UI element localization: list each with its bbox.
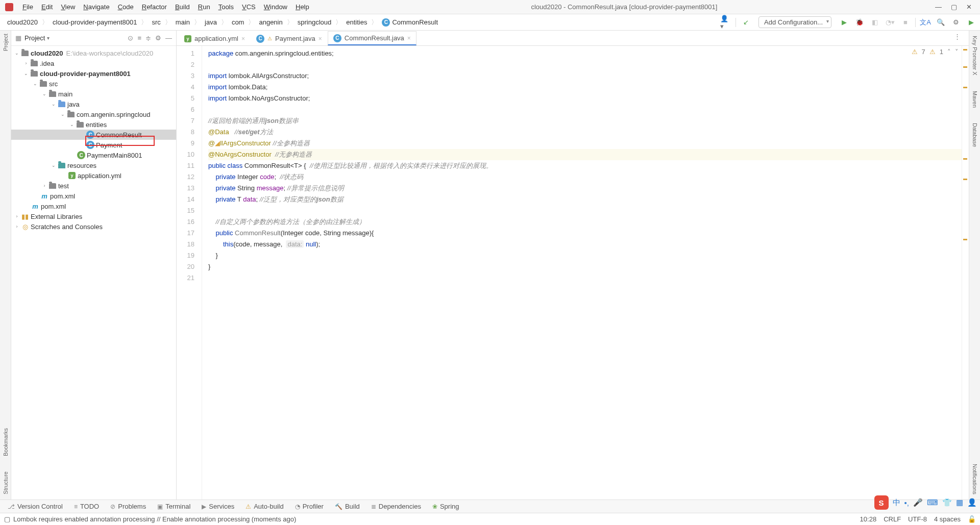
run-anything-icon[interactable]: ▶ [966,17,977,28]
collapse-all-icon[interactable]: ≑ [145,34,151,42]
tree-application-yml[interactable]: y application.yml [11,170,176,181]
bottom-spring[interactable]: ❀Spring [428,503,464,510]
breadcrumb[interactable]: cloud2020〉cloud-provider-payment8001〉src… [3,17,720,28]
status-line-separator[interactable]: CRLF [884,515,901,523]
project-tree[interactable]: ⌄ cloud2020 E:\idea-workspace\cloud2020 … [11,46,176,499]
tool-settings-icon[interactable]: ⚙ [155,34,161,42]
bottom-profiler[interactable]: ◔Profiler [290,503,328,510]
tool-structure[interactable]: Structure [3,471,9,494]
crumb-3[interactable]: main [174,17,192,27]
tree-main[interactable]: ⌄ main [11,89,176,99]
line-number[interactable]: 12 [177,171,194,183]
search-everywhere-icon[interactable]: 🔍 [935,17,946,28]
tree-module[interactable]: ⌄ cloud-provider-payment8001 [11,68,176,79]
line-number[interactable]: 1 [177,48,194,59]
ime-skin-icon[interactable]: 👕 [942,498,952,507]
ime-punct-icon[interactable]: •, [904,498,909,507]
presentation-assistant-icon[interactable]: 👤▾ [720,17,731,28]
translate-icon[interactable]: 文A [920,17,931,28]
menu-run[interactable]: Run [194,3,214,11]
bottom-terminal[interactable]: ▣Terminal [153,503,195,510]
ime-voice-icon[interactable]: 🎤 [913,498,923,507]
line-number[interactable]: 5 [177,93,194,104]
code-line[interactable]: import lombok.Data; [208,82,962,93]
tab-commonresult-java[interactable]: CCommonResult.java× [328,31,416,45]
menu-edit[interactable]: Edit [37,3,57,11]
crumb-9[interactable]: C CommonResult [380,17,440,28]
bottom-todo[interactable]: ≡TODO [69,503,104,510]
tree-resources[interactable]: ⌄ resources [11,160,176,170]
line-number[interactable]: 21 [177,272,194,284]
line-number[interactable]: 20 [177,261,194,272]
next-highlight-icon[interactable]: ˅ [955,48,959,56]
code-line[interactable]: //返回给前端的通用json数据串 [208,115,962,127]
inspections-widget[interactable]: ⚠7 ⚠1 ˄ ˅ [912,48,959,56]
line-number[interactable]: 9 [177,138,194,149]
bottom-auto-build[interactable]: ⚠Auto-build [241,503,288,510]
run-button[interactable]: ▶ [839,17,850,28]
tree-entities[interactable]: ⌄ entities [11,119,176,130]
tree-package[interactable]: ⌄ com.angenin.springcloud [11,109,176,119]
tree-java[interactable]: ⌄ java [11,99,176,109]
line-number[interactable]: 13 [177,183,194,194]
menu-file[interactable]: File [18,3,37,11]
line-number[interactable]: 11 [177,160,194,171]
project-view-selector[interactable]: Project▾ [24,34,125,42]
code-line[interactable]: import lombok.AllArgsConstructor; [208,70,962,82]
menu-refactor[interactable]: Refactor [138,3,171,11]
line-number[interactable]: 8 [177,127,194,138]
tab-close-icon[interactable]: × [407,35,411,42]
prev-highlight-icon[interactable]: ˄ [947,48,951,56]
code-line[interactable]: public CommonResult(Integer code, String… [208,228,962,239]
tool-database[interactable]: Database [972,123,978,147]
tool-maven[interactable]: Maven [972,91,978,108]
line-number[interactable]: 16 [177,216,194,228]
code-line[interactable]: this(code, message, data: null); [208,239,962,250]
stop-button[interactable]: ■ [900,17,911,28]
code-line[interactable]: @NoArgsConstructor //无参构造器 [208,149,962,160]
debug-button[interactable]: 🐞 [854,17,865,28]
sogou-ime-icon[interactable]: S [874,495,889,510]
crumb-2[interactable]: src [150,17,162,27]
crumb-5[interactable]: com [230,17,247,27]
locate-file-icon[interactable]: ⊙ [128,34,133,42]
coverage-button[interactable]: ◧ [869,17,880,28]
tool-notifications[interactable]: Notifications [972,464,978,494]
line-number[interactable]: 14 [177,194,194,205]
tree-external-libraries[interactable]: ›▮▮ External Libraries [11,211,176,221]
code-line[interactable]: @◢llArgsConstructor //全参构造器 [208,138,962,149]
status-encoding[interactable]: UTF-8 [908,515,927,523]
profile-button[interactable]: ◔▾ [885,17,896,28]
crumb-8[interactable]: entities [344,17,369,27]
menu-window[interactable]: Window [260,3,291,11]
minimize-button[interactable]: — [935,3,942,11]
crumb-6[interactable]: angenin [257,17,284,27]
tree-test[interactable]: › test [11,181,176,191]
bottom-build[interactable]: 🔨Build [330,503,364,510]
ime-lang-icon[interactable]: 中 [893,498,900,508]
settings-icon[interactable]: ⚙ [950,17,962,28]
line-number[interactable]: 18 [177,239,194,250]
ime-toolbox-icon[interactable]: ▦ [956,498,963,507]
menu-view[interactable]: View [57,3,79,11]
code-line[interactable]: } [208,261,962,272]
tool-bookmarks[interactable]: Bookmarks [3,428,9,456]
editor-more-icon[interactable]: ⋮ [949,33,966,40]
expand-all-icon[interactable]: ≡ [137,34,141,42]
run-config-selector[interactable]: Add Configuration... [758,16,831,28]
tree-root[interactable]: ⌄ cloud2020 E:\idea-workspace\cloud2020 [11,48,176,58]
crumb-0[interactable]: cloud2020 [5,17,40,27]
line-number[interactable]: 10 [177,149,194,160]
crumb-7[interactable]: springcloud [296,17,334,27]
line-number[interactable]: 7 [177,115,194,127]
menu-build[interactable]: Build [171,3,194,11]
crumb-1[interactable]: cloud-provider-payment8001 [51,17,139,27]
code-editor[interactable]: package com.angenin.springcloud.entities… [202,46,962,499]
status-cursor-position[interactable]: 10:28 [860,515,877,523]
tree-payment-main[interactable]: C PaymentMain8001 [11,150,176,160]
code-line[interactable]: public class CommonResult<T> { //使用泛型比较通… [208,160,962,171]
tree-scratches[interactable]: ›◎ Scratches and Consoles [11,221,176,232]
line-number[interactable]: 17 [177,228,194,239]
menu-code[interactable]: Code [114,3,138,11]
code-line[interactable] [208,59,962,70]
